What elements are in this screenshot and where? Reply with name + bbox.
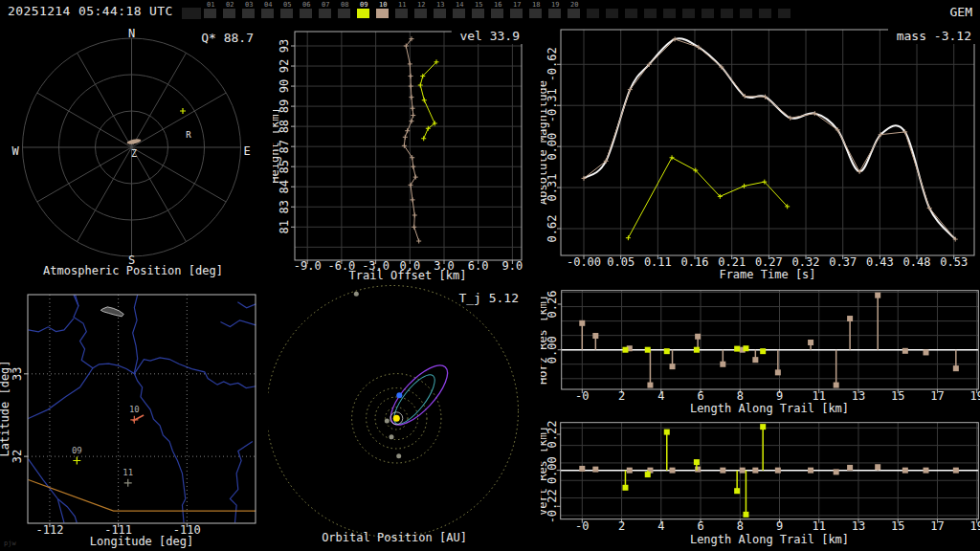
- svg-text:Height [km]: Height [km]: [273, 107, 281, 183]
- watermark-text: pjw: [4, 540, 16, 547]
- svg-text:E: E: [243, 144, 250, 158]
- app-window: 0102030405060708091011121314151617181920…: [0, 0, 980, 551]
- svg-text:Latitude [deg]: Latitude [deg]: [0, 360, 11, 456]
- frame-cell-13[interactable]: [434, 9, 446, 18]
- vertical-residuals-panel: -02468911131517190.220.00-0.22Length Alo…: [541, 411, 980, 551]
- frame-cell-trailing-blank: [702, 9, 714, 18]
- frame-cell-label-14: 14: [456, 1, 471, 9]
- svg-text:92: 92: [278, 59, 291, 73]
- svg-text:Atmospheric Position [deg]: Atmospheric Position [deg]: [43, 264, 223, 277]
- svg-text:T_j 5.12: T_j 5.12: [458, 291, 519, 305]
- svg-text:-112: -112: [35, 523, 63, 537]
- trail-offset-panel: -9.0-6.0-3.00.03.06.09.09392908988878584…: [273, 23, 541, 281]
- svg-text:0.11: 0.11: [644, 255, 672, 269]
- atmospheric-chart-svg: NESWZRQ* 88.7Atmospheric Position [deg]: [0, 23, 273, 281]
- svg-text:6.0: 6.0: [468, 259, 489, 273]
- frame-cell-06[interactable]: [300, 9, 312, 18]
- svg-text:vel 33.9: vel 33.9: [459, 29, 520, 43]
- svg-text:90: 90: [278, 79, 291, 93]
- frame-cell-12[interactable]: [414, 9, 427, 18]
- utc-timestamp: 20251214 05:44:18 UTC: [8, 4, 173, 18]
- svg-text:0.43: 0.43: [866, 255, 894, 269]
- svg-text:-9.0: -9.0: [294, 259, 322, 273]
- frame-cell-trailing-blank: [759, 9, 771, 18]
- frame-cell-label-10: 10: [379, 1, 394, 9]
- frame-cell-16[interactable]: [491, 9, 503, 18]
- svg-text:Q* 88.7: Q* 88.7: [201, 31, 254, 45]
- frame-cell-09[interactable]: [357, 9, 369, 18]
- frame-cell-03[interactable]: [242, 9, 255, 18]
- frame-cell-label-19: 19: [551, 1, 567, 9]
- frame-cell-19[interactable]: [548, 9, 561, 18]
- frame-cell-label-15: 15: [475, 1, 490, 9]
- frame-cell-label-08: 08: [341, 1, 356, 9]
- frame-cell-18[interactable]: [529, 9, 542, 18]
- svg-text:N: N: [128, 27, 135, 40]
- svg-text:10: 10: [129, 405, 140, 414]
- frame-cell-02[interactable]: [223, 9, 235, 18]
- svg-text:-0: -0: [575, 389, 589, 403]
- svg-text:6: 6: [697, 519, 703, 533]
- frame-cell-label-03: 03: [245, 1, 260, 9]
- frame-cell-17[interactable]: [510, 9, 523, 18]
- svg-text:81: 81: [278, 220, 291, 233]
- svg-text:32: 32: [11, 450, 24, 463]
- svg-text:-0: -0: [575, 519, 589, 533]
- svg-text:09: 09: [72, 446, 82, 455]
- vert_res-chart-svg: -02468911131517190.220.00-0.22Length Alo…: [541, 411, 980, 551]
- frame-cell-20[interactable]: [568, 9, 580, 18]
- frame-cell-label-09: 09: [360, 1, 375, 9]
- svg-text:4: 4: [657, 519, 664, 533]
- frame-cell-trailing-blank: [778, 9, 791, 18]
- svg-text:0.21: 0.21: [718, 255, 746, 269]
- frame-cell-leading-blank: [182, 8, 201, 19]
- svg-text:0.05: 0.05: [607, 255, 635, 269]
- frame-cell-01[interactable]: [204, 9, 216, 18]
- frame-cell-label-07: 07: [322, 1, 337, 9]
- svg-text:Absolute Magnitude: Absolute Magnitude: [541, 80, 549, 205]
- svg-text:11: 11: [813, 519, 826, 533]
- frame-cell-trailing-blank: [663, 9, 676, 18]
- svg-text:Longitude [deg]: Longitude [deg]: [90, 535, 193, 548]
- svg-text:0.27: 0.27: [755, 255, 783, 269]
- svg-text:4: 4: [657, 389, 664, 403]
- status-bar: 0102030405060708091011121314151617181920…: [0, 0, 980, 23]
- svg-text:0.53: 0.53: [940, 255, 968, 269]
- svg-text:19: 19: [969, 519, 980, 533]
- ground_track-chart-svg: 100911-112-111-1103332Longitude [deg]Lat…: [0, 281, 268, 551]
- frame-cell-05[interactable]: [280, 9, 293, 18]
- horizontal-residuals-panel: -02468911131517190.260.00Length Along Tr…: [541, 281, 980, 418]
- frame-cell-trailing-blank: [606, 9, 618, 18]
- svg-text:17: 17: [930, 389, 944, 403]
- orbit-chart-svg: T_j 5.12Orbital Position [AU]: [268, 281, 541, 551]
- frame-cell-08[interactable]: [338, 9, 350, 18]
- atmospheric-position-panel: NESWZRQ* 88.7Atmospheric Position [deg]: [0, 23, 273, 281]
- frame-cell-07[interactable]: [319, 9, 331, 18]
- svg-text:8: 8: [737, 519, 744, 533]
- frame-cell-label-02: 02: [226, 1, 241, 9]
- frame-cell-label-17: 17: [513, 1, 528, 9]
- frame-cell-label-18: 18: [532, 1, 547, 9]
- svg-text:9: 9: [776, 519, 783, 533]
- frame-cell-trailing-blank: [682, 9, 695, 18]
- svg-text:-0.62: -0.62: [546, 47, 559, 81]
- svg-text:17: 17: [930, 519, 944, 533]
- frame-cell-label-04: 04: [264, 1, 279, 9]
- svg-text:Horz Res [km]: Horz Res [km]: [541, 295, 549, 385]
- frame-cell-label-05: 05: [283, 1, 299, 9]
- frame-cell-label-20: 20: [570, 1, 586, 9]
- svg-text:13: 13: [852, 389, 865, 403]
- frame-cell-label-12: 12: [417, 1, 433, 9]
- frame-cell-trailing-blank: [721, 9, 733, 18]
- frame-cell-15[interactable]: [472, 9, 484, 18]
- svg-text:6: 6: [697, 389, 703, 403]
- frame-cell-10[interactable]: [376, 9, 389, 18]
- frame-cell-trailing-blank: [625, 9, 637, 18]
- frame-cell-14[interactable]: [453, 9, 465, 18]
- svg-text:33: 33: [11, 367, 24, 381]
- svg-text:11: 11: [122, 468, 133, 477]
- svg-text:15: 15: [891, 519, 904, 533]
- svg-text:Trail Offset [km]: Trail Offset [km]: [349, 269, 467, 281]
- frame-cell-04[interactable]: [261, 9, 274, 18]
- frame-cell-11[interactable]: [395, 9, 408, 18]
